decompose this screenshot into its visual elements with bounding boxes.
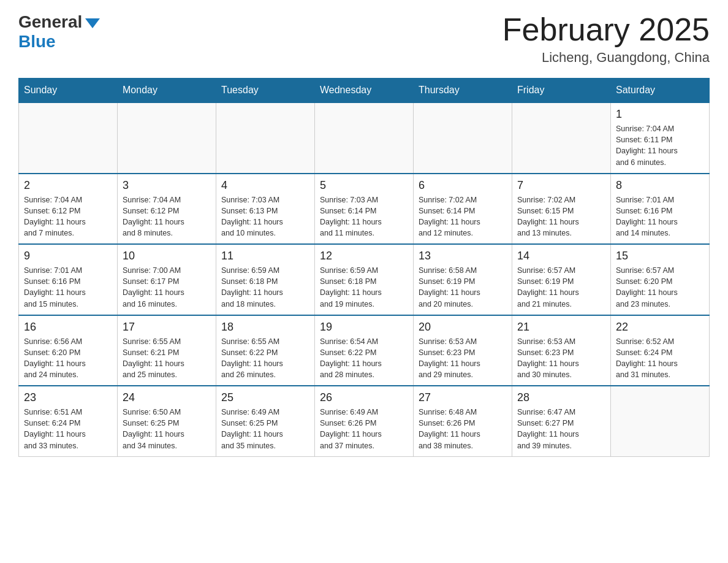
calendar-cell: 27Sunrise: 6:48 AM Sunset: 6:26 PM Dayli… — [414, 386, 512, 456]
logo-arrow-icon — [85, 18, 100, 28]
day-number: 2 — [24, 179, 112, 192]
day-info: Sunrise: 7:02 AM Sunset: 6:14 PM Dayligh… — [419, 194, 507, 239]
day-info: Sunrise: 7:01 AM Sunset: 6:16 PM Dayligh… — [616, 194, 704, 239]
calendar-cell: 5Sunrise: 7:03 AM Sunset: 6:14 PM Daylig… — [315, 174, 414, 245]
calendar-cell: 23Sunrise: 6:51 AM Sunset: 6:24 PM Dayli… — [19, 386, 118, 456]
day-number: 14 — [517, 250, 605, 262]
day-number: 11 — [221, 250, 309, 262]
calendar-cell: 8Sunrise: 7:01 AM Sunset: 6:16 PM Daylig… — [611, 174, 710, 245]
calendar-cell: 9Sunrise: 7:01 AM Sunset: 6:16 PM Daylig… — [19, 244, 118, 315]
logo: General Blue — [18, 12, 100, 52]
day-number: 15 — [616, 250, 704, 262]
day-info: Sunrise: 7:04 AM Sunset: 6:12 PM Dayligh… — [123, 194, 211, 239]
calendar-cell: 6Sunrise: 7:02 AM Sunset: 6:14 PM Daylig… — [414, 174, 512, 245]
day-number: 28 — [517, 391, 605, 404]
calendar-cell: 19Sunrise: 6:54 AM Sunset: 6:22 PM Dayli… — [315, 315, 414, 386]
day-number: 20 — [419, 321, 507, 334]
calendar-cell: 15Sunrise: 6:57 AM Sunset: 6:20 PM Dayli… — [611, 244, 710, 315]
weekday-header-tuesday: Tuesday — [216, 79, 315, 103]
day-number: 26 — [320, 391, 408, 404]
calendar-cell: 14Sunrise: 6:57 AM Sunset: 6:19 PM Dayli… — [512, 244, 611, 315]
day-number: 3 — [123, 179, 211, 192]
calendar-cell: 28Sunrise: 6:47 AM Sunset: 6:27 PM Dayli… — [512, 386, 611, 456]
week-row-4: 16Sunrise: 6:56 AM Sunset: 6:20 PM Dayli… — [19, 315, 710, 386]
calendar-cell: 10Sunrise: 7:00 AM Sunset: 6:17 PM Dayli… — [118, 244, 216, 315]
day-info: Sunrise: 6:48 AM Sunset: 6:26 PM Dayligh… — [419, 407, 507, 451]
day-number: 7 — [517, 179, 605, 192]
weekday-header-monday: Monday — [118, 79, 216, 103]
month-title: February 2025 — [502, 12, 710, 47]
day-info: Sunrise: 6:51 AM Sunset: 6:24 PM Dayligh… — [24, 407, 112, 451]
calendar-cell: 17Sunrise: 6:55 AM Sunset: 6:21 PM Dayli… — [118, 315, 216, 386]
day-number: 24 — [123, 391, 211, 404]
day-number: 5 — [320, 179, 408, 192]
day-info: Sunrise: 6:57 AM Sunset: 6:20 PM Dayligh… — [616, 265, 704, 310]
logo-text: General — [18, 12, 100, 32]
day-info: Sunrise: 7:04 AM Sunset: 6:12 PM Dayligh… — [24, 194, 112, 239]
calendar-cell: 25Sunrise: 6:49 AM Sunset: 6:25 PM Dayli… — [216, 386, 315, 456]
calendar-cell — [315, 102, 414, 174]
calendar-cell — [216, 102, 315, 174]
calendar-cell: 13Sunrise: 6:58 AM Sunset: 6:19 PM Dayli… — [414, 244, 512, 315]
calendar-cell: 22Sunrise: 6:52 AM Sunset: 6:24 PM Dayli… — [611, 315, 710, 386]
day-info: Sunrise: 6:49 AM Sunset: 6:26 PM Dayligh… — [320, 407, 408, 451]
calendar-cell: 26Sunrise: 6:49 AM Sunset: 6:26 PM Dayli… — [315, 386, 414, 456]
day-info: Sunrise: 6:52 AM Sunset: 6:24 PM Dayligh… — [616, 336, 704, 381]
day-number: 23 — [24, 391, 112, 404]
day-number: 6 — [419, 179, 507, 192]
week-row-3: 9Sunrise: 7:01 AM Sunset: 6:16 PM Daylig… — [19, 244, 710, 315]
calendar-cell: 21Sunrise: 6:53 AM Sunset: 6:23 PM Dayli… — [512, 315, 611, 386]
day-number: 19 — [320, 321, 408, 334]
weekday-header-wednesday: Wednesday — [315, 79, 414, 103]
day-number: 17 — [123, 321, 211, 334]
day-number: 9 — [24, 250, 112, 262]
location: Licheng, Guangdong, China — [502, 50, 710, 66]
day-number: 12 — [320, 250, 408, 262]
title-section: February 2025 Licheng, Guangdong, China — [502, 12, 710, 66]
logo-blue: Blue — [18, 32, 56, 52]
day-info: Sunrise: 6:53 AM Sunset: 6:23 PM Dayligh… — [517, 336, 605, 381]
day-info: Sunrise: 6:49 AM Sunset: 6:25 PM Dayligh… — [221, 407, 309, 451]
weekday-header-saturday: Saturday — [611, 79, 710, 103]
calendar-cell: 18Sunrise: 6:55 AM Sunset: 6:22 PM Dayli… — [216, 315, 315, 386]
day-info: Sunrise: 6:50 AM Sunset: 6:25 PM Dayligh… — [123, 407, 211, 451]
day-number: 4 — [221, 179, 309, 192]
calendar-cell: 20Sunrise: 6:53 AM Sunset: 6:23 PM Dayli… — [414, 315, 512, 386]
day-info: Sunrise: 7:03 AM Sunset: 6:13 PM Dayligh… — [221, 194, 309, 239]
logo-general: General — [18, 12, 82, 32]
day-info: Sunrise: 6:58 AM Sunset: 6:19 PM Dayligh… — [419, 265, 507, 310]
day-number: 22 — [616, 321, 704, 334]
calendar-cell — [611, 386, 710, 456]
day-info: Sunrise: 7:00 AM Sunset: 6:17 PM Dayligh… — [123, 265, 211, 310]
calendar-cell: 3Sunrise: 7:04 AM Sunset: 6:12 PM Daylig… — [118, 174, 216, 245]
day-number: 18 — [221, 321, 309, 334]
calendar-cell — [19, 102, 118, 174]
weekday-header-row: SundayMondayTuesdayWednesdayThursdayFrid… — [19, 79, 710, 103]
day-number: 1 — [616, 108, 704, 121]
day-number: 21 — [517, 321, 605, 334]
calendar-cell — [414, 102, 512, 174]
calendar-cell: 7Sunrise: 7:02 AM Sunset: 6:15 PM Daylig… — [512, 174, 611, 245]
day-number: 10 — [123, 250, 211, 262]
day-info: Sunrise: 6:47 AM Sunset: 6:27 PM Dayligh… — [517, 407, 605, 451]
day-info: Sunrise: 6:55 AM Sunset: 6:22 PM Dayligh… — [221, 336, 309, 381]
day-number: 8 — [616, 179, 704, 192]
calendar-cell: 4Sunrise: 7:03 AM Sunset: 6:13 PM Daylig… — [216, 174, 315, 245]
week-row-1: 1Sunrise: 7:04 AM Sunset: 6:11 PM Daylig… — [19, 102, 710, 174]
day-number: 13 — [419, 250, 507, 262]
calendar-cell — [512, 102, 611, 174]
calendar-table: SundayMondayTuesdayWednesdayThursdayFrid… — [18, 78, 710, 457]
calendar-cell: 12Sunrise: 6:59 AM Sunset: 6:18 PM Dayli… — [315, 244, 414, 315]
day-info: Sunrise: 6:59 AM Sunset: 6:18 PM Dayligh… — [320, 265, 408, 310]
calendar-cell: 24Sunrise: 6:50 AM Sunset: 6:25 PM Dayli… — [118, 386, 216, 456]
weekday-header-thursday: Thursday — [414, 79, 512, 103]
calendar-cell: 16Sunrise: 6:56 AM Sunset: 6:20 PM Dayli… — [19, 315, 118, 386]
page-header: General Blue February 2025 Licheng, Guan… — [18, 12, 710, 66]
day-info: Sunrise: 7:01 AM Sunset: 6:16 PM Dayligh… — [24, 265, 112, 310]
calendar-cell — [118, 102, 216, 174]
day-info: Sunrise: 6:53 AM Sunset: 6:23 PM Dayligh… — [419, 336, 507, 381]
calendar-cell: 1Sunrise: 7:04 AM Sunset: 6:11 PM Daylig… — [611, 102, 710, 174]
day-info: Sunrise: 6:56 AM Sunset: 6:20 PM Dayligh… — [24, 336, 112, 381]
day-info: Sunrise: 6:59 AM Sunset: 6:18 PM Dayligh… — [221, 265, 309, 310]
day-info: Sunrise: 6:54 AM Sunset: 6:22 PM Dayligh… — [320, 336, 408, 381]
